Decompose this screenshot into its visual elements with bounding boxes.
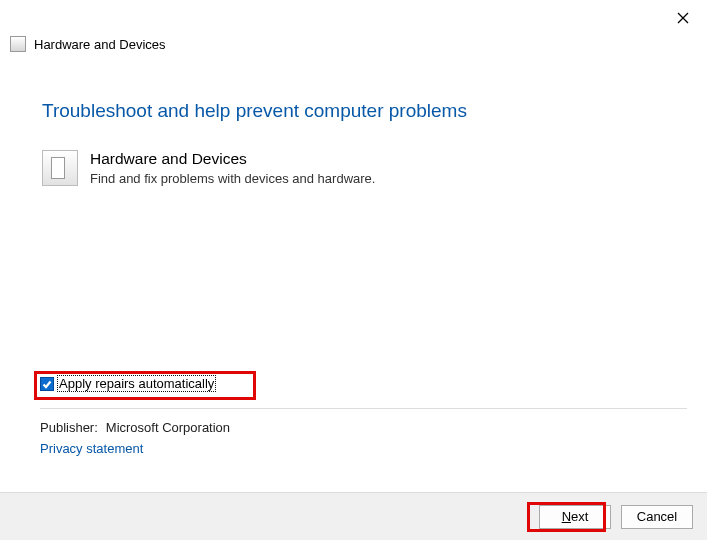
apply-repairs-label: Apply repairs automatically [58, 376, 215, 391]
main-content: Troubleshoot and help prevent computer p… [42, 100, 687, 206]
section-title: Hardware and Devices [90, 150, 375, 169]
titlebar: Hardware and Devices [10, 36, 166, 52]
apply-repairs-checkbox[interactable] [40, 377, 54, 391]
button-bar: Next Cancel [0, 492, 707, 540]
close-button[interactable] [671, 6, 695, 30]
next-accelerator: N [562, 509, 571, 524]
checkmark-icon [42, 379, 52, 389]
privacy-statement-link[interactable]: Privacy statement [40, 441, 230, 456]
checkbox-row[interactable]: Apply repairs automatically [40, 376, 215, 391]
page-heading: Troubleshoot and help prevent computer p… [42, 100, 687, 122]
next-button[interactable]: Next [539, 505, 611, 529]
publisher-value: Microsoft Corporation [106, 420, 230, 435]
section-text: Hardware and Devices Find and fix proble… [90, 150, 375, 186]
close-icon [677, 12, 689, 24]
footer-info: Publisher: Microsoft Corporation Privacy… [40, 420, 230, 456]
troubleshooter-section: Hardware and Devices Find and fix proble… [42, 150, 687, 186]
wizard-icon [10, 36, 26, 52]
devices-icon [42, 150, 78, 186]
troubleshooter-window: Hardware and Devices Troubleshoot and he… [0, 0, 707, 540]
section-subtitle: Find and fix problems with devices and h… [90, 171, 375, 186]
cancel-button[interactable]: Cancel [621, 505, 693, 529]
divider [40, 408, 687, 409]
publisher-label: Publisher: [40, 420, 98, 435]
next-rest: ext [571, 509, 588, 524]
window-title: Hardware and Devices [34, 37, 166, 52]
